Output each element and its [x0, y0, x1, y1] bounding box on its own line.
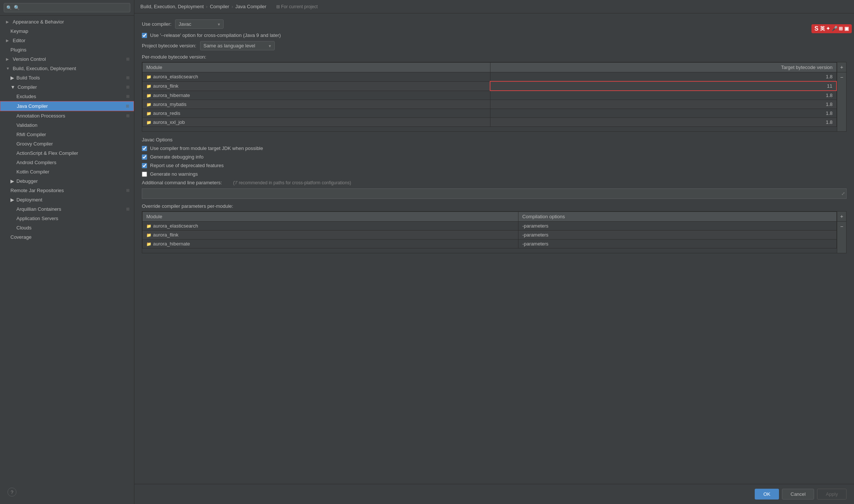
breadcrumb-part2: Compiler: [210, 4, 229, 9]
table-row[interactable]: 📁aurora_redis 1.8: [143, 109, 837, 118]
per-module-label: Per-module bytecode version:: [142, 54, 847, 60]
table-row[interactable]: 📁aurora_elasticsearch -parameters: [143, 222, 837, 231]
sidebar-item-label: Validation: [16, 122, 37, 128]
sidebar-item-editor[interactable]: ▶ Editor: [0, 36, 134, 45]
add-override-button[interactable]: +: [837, 212, 846, 221]
expand-params-button[interactable]: ⤢: [841, 191, 845, 196]
table-row[interactable]: 📁aurora_flink 11: [143, 81, 837, 91]
sidebar-item-version-control[interactable]: ▶ Version Control ⊞: [0, 54, 134, 64]
javac-checkbox-debugging[interactable]: [142, 154, 147, 160]
module-version: 1.8: [490, 72, 836, 82]
module-icon: 📁: [146, 93, 152, 98]
module-name: aurora_redis: [153, 110, 180, 116]
expand-icon: ▶: [6, 20, 10, 24]
copy-icon: ⊞: [126, 188, 130, 193]
override-module-name: aurora_flink: [153, 232, 178, 238]
javac-checkbox-no-warnings[interactable]: [142, 172, 147, 177]
copy-icon: ⊞: [126, 75, 130, 80]
javac-checkbox-deprecated[interactable]: [142, 163, 147, 168]
module-icon: 📁: [146, 84, 152, 88]
sidebar-item-java-compiler[interactable]: Java Compiler ⊞: [0, 101, 134, 111]
sidebar-item-label: Coverage: [10, 234, 31, 240]
compiler-select[interactable]: Javac: [175, 19, 224, 29]
use-compiler-row: Use compiler: Javac ▼: [142, 19, 847, 29]
copy-icon: ⊞: [126, 57, 130, 62]
additional-params-input[interactable]: [142, 188, 847, 199]
table-row[interactable]: 📁aurora_elasticsearch 1.8: [143, 72, 837, 82]
release-option-checkbox[interactable]: [142, 33, 147, 38]
sidebar-item-label: Plugins: [10, 47, 27, 53]
bytecode-version-select[interactable]: Same as language level: [200, 41, 275, 50]
copy-icon: ⊞: [126, 104, 129, 109]
module-version: 1.8: [490, 100, 836, 109]
javac-option-label: Generate no warnings: [150, 171, 198, 177]
sidebar-item-compiler[interactable]: ▼ Compiler ⊞: [0, 82, 134, 92]
override-table-controls: + −: [837, 211, 847, 253]
sidebar-item-annotation[interactable]: Annotation Processors ⊞: [0, 111, 134, 120]
ok-button[interactable]: OK: [755, 489, 779, 500]
table-row[interactable]: 📁aurora_flink -parameters: [143, 231, 837, 240]
sidebar-item-label: Groovy Compiler: [16, 141, 53, 147]
expand-icon: ▶: [10, 197, 14, 203]
additional-params-row: Additional command line parameters: ('/'…: [142, 180, 847, 187]
table-row[interactable]: 📁aurora_hibernate -parameters: [143, 240, 837, 248]
module-icon: 📁: [146, 224, 152, 228]
expand-icon: ▼: [10, 84, 15, 90]
cancel-button[interactable]: Cancel: [782, 489, 814, 500]
sidebar-item-remote-jar[interactable]: Remote Jar Repositories ⊞: [0, 186, 134, 195]
sidebar-item-label: Appearance & Behavior: [13, 19, 64, 25]
sidebar-item-rmi[interactable]: RMI Compiler: [0, 130, 134, 139]
module-icon: 📁: [146, 102, 152, 107]
search-bar: 🔍: [0, 0, 134, 16]
module-name: aurora_flink: [153, 83, 178, 89]
sidebar-item-excludes[interactable]: Excludes ⊞: [0, 92, 134, 101]
sidebar-item-validation[interactable]: Validation: [0, 120, 134, 130]
sidebar-item-plugins[interactable]: Plugins: [0, 45, 134, 54]
module-table-header-module: Module: [143, 63, 490, 72]
table-row[interactable]: 📁aurora_hibernate 1.8: [143, 91, 837, 100]
expand-icon: ▼: [6, 66, 10, 71]
sidebar-item-label: Remote Jar Repositories: [10, 188, 64, 193]
sidebar-item-clouds[interactable]: Clouds: [0, 223, 134, 232]
sidebar-item-label: Keymap: [10, 28, 28, 34]
sidebar-item-actionscript[interactable]: ActionScript & Flex Compiler: [0, 148, 134, 158]
content-area: Build, Execution, Deployment › Compiler …: [134, 0, 854, 504]
expand-icon: ▶: [6, 38, 10, 43]
table-row[interactable]: 📁aurora_mybatis 1.8: [143, 100, 837, 109]
add-module-button[interactable]: +: [837, 62, 846, 72]
sidebar-item-build-exec[interactable]: ▼ Build, Execution, Deployment: [0, 64, 134, 73]
sidebar-item-kotlin[interactable]: Kotlin Compiler: [0, 167, 134, 176]
sidebar-item-deployment[interactable]: ▶ Deployment: [0, 195, 134, 204]
search-input[interactable]: [4, 3, 130, 12]
remove-module-button[interactable]: −: [837, 72, 846, 82]
sidebar-item-app-servers[interactable]: Application Servers: [0, 214, 134, 223]
module-table: Module Target bytecode version 📁aurora_e…: [142, 62, 837, 127]
help-button[interactable]: ?: [7, 488, 16, 497]
javac-option-no-warnings: Generate no warnings: [142, 171, 847, 177]
sidebar-item-debugger[interactable]: ▶ Debugger: [0, 176, 134, 186]
module-version: 1.8: [490, 109, 836, 118]
sidebar-item-appearance[interactable]: ▶ Appearance & Behavior: [0, 17, 134, 26]
javac-checkbox-use-compiler[interactable]: [142, 146, 147, 151]
copy-icon: ⊞: [126, 113, 130, 118]
override-table-container: Module Compilation options 📁aurora_elast…: [142, 211, 847, 253]
sidebar-item-groovy[interactable]: Groovy Compiler: [0, 139, 134, 148]
sidebar-item-label: Compiler: [18, 84, 37, 90]
sidebar-item-arquillian[interactable]: Arquillian Containers ⊞: [0, 204, 134, 214]
apply-button[interactable]: Apply: [817, 489, 847, 500]
module-icon: 📁: [146, 111, 152, 116]
sidebar-item-android[interactable]: Android Compilers: [0, 158, 134, 167]
breadcrumb-sep1: ›: [206, 4, 208, 9]
override-label: Override compiler parameters per-module:: [142, 203, 847, 209]
bytecode-version-label: Project bytecode version:: [142, 43, 196, 48]
remove-override-button[interactable]: −: [837, 221, 846, 231]
sidebar-item-keymap[interactable]: Keymap: [0, 26, 134, 36]
module-table-header-version: Target bytecode version: [490, 63, 836, 72]
breadcrumb-sep2: ›: [231, 4, 233, 9]
sidebar-item-coverage[interactable]: Coverage: [0, 232, 134, 242]
sidebar-item-label: Deployment: [16, 197, 42, 203]
table-row[interactable]: 📁aurora_xxl_job 1.8: [143, 118, 837, 127]
copy-icon: ⊞: [126, 85, 130, 90]
javac-option-label: Report use of deprecated features: [150, 163, 224, 168]
sidebar-item-build-tools[interactable]: ▶ Build Tools ⊞: [0, 73, 134, 82]
